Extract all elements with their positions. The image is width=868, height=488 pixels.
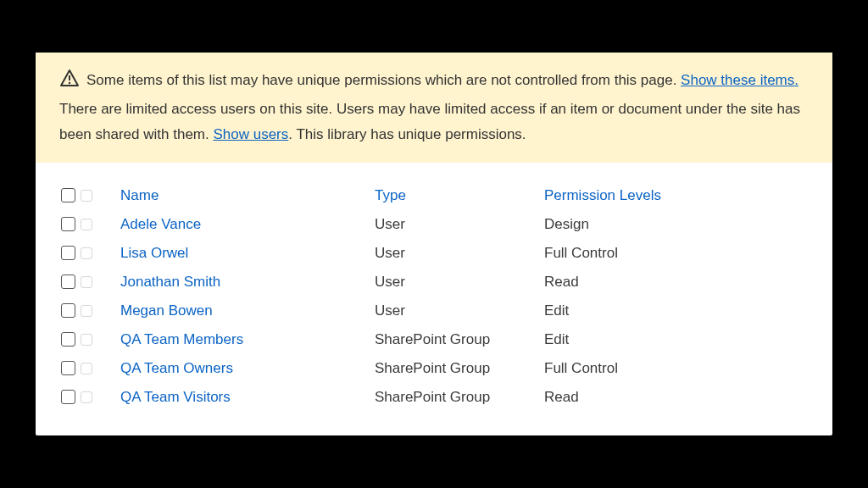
principal-name-link[interactable]: QA Team Members	[120, 331, 375, 348]
svg-point-1	[69, 82, 70, 84]
row-checkbox[interactable]	[61, 246, 75, 260]
row-checkbox[interactable]	[61, 217, 75, 231]
table-row: Lisa OrwelUserFull Control	[61, 239, 807, 268]
row-secondary-checkbox[interactable]	[81, 276, 92, 288]
row-secondary-checkbox[interactable]	[81, 391, 92, 403]
select-all-cell	[61, 188, 120, 202]
row-select-cell	[61, 274, 120, 289]
principal-type: User	[375, 245, 544, 262]
row-secondary-checkbox[interactable]	[81, 363, 92, 374]
permission-level: Read	[544, 274, 807, 291]
row-select-cell	[61, 361, 120, 375]
row-secondary-checkbox[interactable]	[81, 219, 92, 230]
principal-type: SharePoint Group	[375, 389, 544, 406]
row-secondary-checkbox[interactable]	[81, 247, 92, 259]
permission-level: Edit	[544, 331, 807, 348]
row-select-cell	[61, 246, 120, 260]
permission-level: Read	[544, 389, 807, 406]
permissions-table: Name Type Permission Levels Adele VanceU…	[36, 163, 832, 435]
permissions-panel: Some items of this list may have unique …	[36, 53, 832, 435]
principal-name-link[interactable]: Megan Bowen	[120, 302, 375, 319]
row-secondary-checkbox[interactable]	[81, 334, 92, 346]
table-row: Megan BowenUserEdit	[61, 297, 807, 325]
table-header-row: Name Type Permission Levels	[61, 181, 807, 210]
principal-type: User	[375, 216, 544, 233]
row-select-cell	[61, 217, 120, 231]
principal-type: User	[375, 274, 544, 291]
select-all-checkbox[interactable]	[61, 188, 75, 202]
permission-level: Design	[544, 216, 807, 233]
row-select-cell	[61, 390, 120, 404]
permission-level: Edit	[544, 302, 807, 319]
permission-level: Full Control	[544, 245, 807, 262]
notice-text-3: . This library has unique permissions.	[288, 126, 526, 142]
row-select-cell	[61, 332, 120, 347]
principal-name-link[interactable]: QA Team Owners	[120, 360, 375, 377]
row-checkbox[interactable]	[61, 361, 75, 375]
row-secondary-checkbox[interactable]	[81, 305, 92, 317]
column-header-type[interactable]: Type	[375, 187, 544, 204]
show-items-link[interactable]: Show these items.	[681, 72, 798, 88]
principal-name-link[interactable]: QA Team Visitors	[120, 389, 375, 406]
warning-icon	[59, 68, 80, 97]
select-all-secondary-checkbox[interactable]	[81, 190, 92, 202]
notice-text-1: Some items of this list may have unique …	[86, 72, 681, 88]
principal-type: SharePoint Group	[375, 331, 544, 348]
row-checkbox[interactable]	[61, 303, 75, 318]
principal-name-link[interactable]: Adele Vance	[120, 216, 375, 233]
column-header-permissions[interactable]: Permission Levels	[544, 187, 807, 204]
table-row: Adele VanceUserDesign	[61, 210, 807, 239]
row-checkbox[interactable]	[61, 390, 75, 404]
notice-banner: Some items of this list may have unique …	[36, 53, 832, 162]
principal-type: User	[375, 302, 544, 319]
principal-name-link[interactable]: Jonathan Smith	[120, 274, 375, 291]
table-row: Jonathan SmithUserRead	[61, 268, 807, 297]
permission-level: Full Control	[544, 360, 807, 377]
principal-type: SharePoint Group	[375, 360, 544, 377]
row-select-cell	[61, 303, 120, 318]
principal-name-link[interactable]: Lisa Orwel	[120, 245, 375, 262]
table-row: QA Team VisitorsSharePoint GroupRead	[61, 383, 807, 412]
table-row: QA Team MembersSharePoint GroupEdit	[61, 325, 807, 354]
column-header-name[interactable]: Name	[120, 187, 375, 204]
table-row: QA Team OwnersSharePoint GroupFull Contr…	[61, 354, 807, 383]
show-users-link[interactable]: Show users	[213, 126, 288, 142]
row-checkbox[interactable]	[61, 332, 75, 347]
row-checkbox[interactable]	[61, 274, 75, 289]
